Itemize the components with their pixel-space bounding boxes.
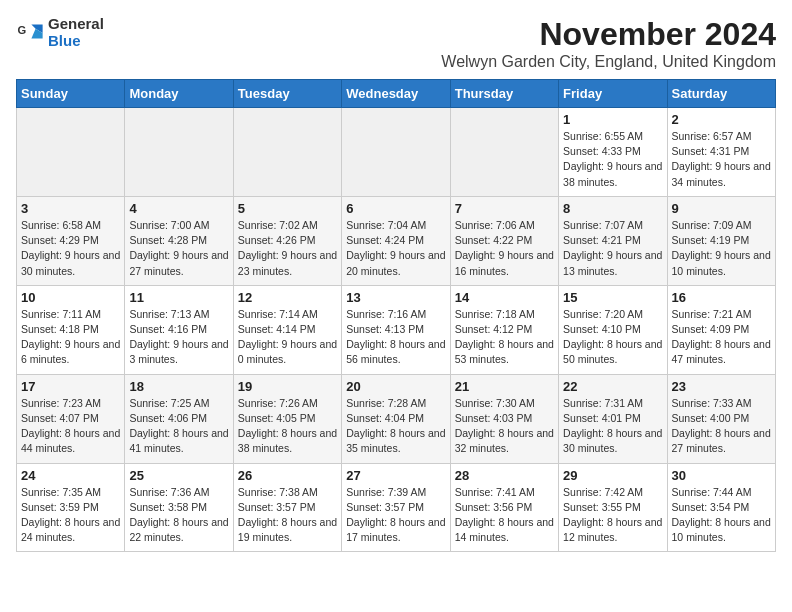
- day-info: Sunrise: 7:41 AM Sunset: 3:56 PM Dayligh…: [455, 485, 554, 546]
- day-info: Sunrise: 7:30 AM Sunset: 4:03 PM Dayligh…: [455, 396, 554, 457]
- logo-general: General: [48, 16, 104, 33]
- day-number: 14: [455, 290, 554, 305]
- week-row-3: 10Sunrise: 7:11 AM Sunset: 4:18 PM Dayli…: [17, 285, 776, 374]
- day-cell: 8Sunrise: 7:07 AM Sunset: 4:21 PM Daylig…: [559, 196, 667, 285]
- day-info: Sunrise: 7:07 AM Sunset: 4:21 PM Dayligh…: [563, 218, 662, 279]
- week-row-4: 17Sunrise: 7:23 AM Sunset: 4:07 PM Dayli…: [17, 374, 776, 463]
- day-info: Sunrise: 6:55 AM Sunset: 4:33 PM Dayligh…: [563, 129, 662, 190]
- day-cell: 11Sunrise: 7:13 AM Sunset: 4:16 PM Dayli…: [125, 285, 233, 374]
- day-number: 13: [346, 290, 445, 305]
- day-number: 26: [238, 468, 337, 483]
- day-cell: 3Sunrise: 6:58 AM Sunset: 4:29 PM Daylig…: [17, 196, 125, 285]
- logo-icon: G: [16, 19, 44, 47]
- day-cell: 6Sunrise: 7:04 AM Sunset: 4:24 PM Daylig…: [342, 196, 450, 285]
- day-cell: 19Sunrise: 7:26 AM Sunset: 4:05 PM Dayli…: [233, 374, 341, 463]
- day-cell: 27Sunrise: 7:39 AM Sunset: 3:57 PM Dayli…: [342, 463, 450, 552]
- day-info: Sunrise: 7:31 AM Sunset: 4:01 PM Dayligh…: [563, 396, 662, 457]
- day-cell: [342, 108, 450, 197]
- day-info: Sunrise: 7:06 AM Sunset: 4:22 PM Dayligh…: [455, 218, 554, 279]
- week-row-1: 1Sunrise: 6:55 AM Sunset: 4:33 PM Daylig…: [17, 108, 776, 197]
- main-title: November 2024: [441, 16, 776, 53]
- day-info: Sunrise: 7:28 AM Sunset: 4:04 PM Dayligh…: [346, 396, 445, 457]
- day-cell: 25Sunrise: 7:36 AM Sunset: 3:58 PM Dayli…: [125, 463, 233, 552]
- day-cell: [233, 108, 341, 197]
- day-info: Sunrise: 7:26 AM Sunset: 4:05 PM Dayligh…: [238, 396, 337, 457]
- day-cell: 4Sunrise: 7:00 AM Sunset: 4:28 PM Daylig…: [125, 196, 233, 285]
- day-cell: 5Sunrise: 7:02 AM Sunset: 4:26 PM Daylig…: [233, 196, 341, 285]
- subtitle: Welwyn Garden City, England, United King…: [441, 53, 776, 71]
- day-cell: 20Sunrise: 7:28 AM Sunset: 4:04 PM Dayli…: [342, 374, 450, 463]
- day-number: 24: [21, 468, 120, 483]
- col-header-sunday: Sunday: [17, 80, 125, 108]
- day-cell: 24Sunrise: 7:35 AM Sunset: 3:59 PM Dayli…: [17, 463, 125, 552]
- day-number: 21: [455, 379, 554, 394]
- day-number: 10: [21, 290, 120, 305]
- day-number: 22: [563, 379, 662, 394]
- day-cell: 29Sunrise: 7:42 AM Sunset: 3:55 PM Dayli…: [559, 463, 667, 552]
- day-cell: 23Sunrise: 7:33 AM Sunset: 4:00 PM Dayli…: [667, 374, 775, 463]
- day-info: Sunrise: 7:16 AM Sunset: 4:13 PM Dayligh…: [346, 307, 445, 368]
- day-number: 9: [672, 201, 771, 216]
- col-header-thursday: Thursday: [450, 80, 558, 108]
- logo: G General Blue: [16, 16, 104, 49]
- col-header-monday: Monday: [125, 80, 233, 108]
- day-cell: 7Sunrise: 7:06 AM Sunset: 4:22 PM Daylig…: [450, 196, 558, 285]
- day-cell: 10Sunrise: 7:11 AM Sunset: 4:18 PM Dayli…: [17, 285, 125, 374]
- col-header-tuesday: Tuesday: [233, 80, 341, 108]
- col-header-saturday: Saturday: [667, 80, 775, 108]
- day-info: Sunrise: 6:57 AM Sunset: 4:31 PM Dayligh…: [672, 129, 771, 190]
- day-cell: 14Sunrise: 7:18 AM Sunset: 4:12 PM Dayli…: [450, 285, 558, 374]
- day-number: 16: [672, 290, 771, 305]
- header-row: SundayMondayTuesdayWednesdayThursdayFrid…: [17, 80, 776, 108]
- day-number: 15: [563, 290, 662, 305]
- day-info: Sunrise: 7:25 AM Sunset: 4:06 PM Dayligh…: [129, 396, 228, 457]
- title-block: November 2024 Welwyn Garden City, Englan…: [441, 16, 776, 71]
- logo-blue: Blue: [48, 33, 104, 50]
- day-cell: 16Sunrise: 7:21 AM Sunset: 4:09 PM Dayli…: [667, 285, 775, 374]
- svg-text:G: G: [17, 24, 26, 36]
- day-cell: 21Sunrise: 7:30 AM Sunset: 4:03 PM Dayli…: [450, 374, 558, 463]
- day-cell: 30Sunrise: 7:44 AM Sunset: 3:54 PM Dayli…: [667, 463, 775, 552]
- day-number: 27: [346, 468, 445, 483]
- day-number: 20: [346, 379, 445, 394]
- day-info: Sunrise: 7:35 AM Sunset: 3:59 PM Dayligh…: [21, 485, 120, 546]
- day-info: Sunrise: 7:20 AM Sunset: 4:10 PM Dayligh…: [563, 307, 662, 368]
- day-cell: 12Sunrise: 7:14 AM Sunset: 4:14 PM Dayli…: [233, 285, 341, 374]
- day-info: Sunrise: 7:44 AM Sunset: 3:54 PM Dayligh…: [672, 485, 771, 546]
- day-number: 4: [129, 201, 228, 216]
- calendar-table: SundayMondayTuesdayWednesdayThursdayFrid…: [16, 79, 776, 552]
- day-number: 6: [346, 201, 445, 216]
- day-cell: 17Sunrise: 7:23 AM Sunset: 4:07 PM Dayli…: [17, 374, 125, 463]
- day-number: 2: [672, 112, 771, 127]
- week-row-5: 24Sunrise: 7:35 AM Sunset: 3:59 PM Dayli…: [17, 463, 776, 552]
- logo-text: General Blue: [48, 16, 104, 49]
- day-cell: [450, 108, 558, 197]
- day-number: 7: [455, 201, 554, 216]
- day-number: 11: [129, 290, 228, 305]
- day-cell: 28Sunrise: 7:41 AM Sunset: 3:56 PM Dayli…: [450, 463, 558, 552]
- day-number: 29: [563, 468, 662, 483]
- day-cell: 26Sunrise: 7:38 AM Sunset: 3:57 PM Dayli…: [233, 463, 341, 552]
- day-info: Sunrise: 7:18 AM Sunset: 4:12 PM Dayligh…: [455, 307, 554, 368]
- day-number: 28: [455, 468, 554, 483]
- day-cell: [125, 108, 233, 197]
- day-info: Sunrise: 6:58 AM Sunset: 4:29 PM Dayligh…: [21, 218, 120, 279]
- day-cell: 22Sunrise: 7:31 AM Sunset: 4:01 PM Dayli…: [559, 374, 667, 463]
- col-header-wednesday: Wednesday: [342, 80, 450, 108]
- day-info: Sunrise: 7:23 AM Sunset: 4:07 PM Dayligh…: [21, 396, 120, 457]
- day-number: 23: [672, 379, 771, 394]
- day-info: Sunrise: 7:13 AM Sunset: 4:16 PM Dayligh…: [129, 307, 228, 368]
- day-info: Sunrise: 7:36 AM Sunset: 3:58 PM Dayligh…: [129, 485, 228, 546]
- day-info: Sunrise: 7:11 AM Sunset: 4:18 PM Dayligh…: [21, 307, 120, 368]
- day-info: Sunrise: 7:33 AM Sunset: 4:00 PM Dayligh…: [672, 396, 771, 457]
- day-info: Sunrise: 7:09 AM Sunset: 4:19 PM Dayligh…: [672, 218, 771, 279]
- day-info: Sunrise: 7:39 AM Sunset: 3:57 PM Dayligh…: [346, 485, 445, 546]
- day-info: Sunrise: 7:21 AM Sunset: 4:09 PM Dayligh…: [672, 307, 771, 368]
- header: G General Blue November 2024 Welwyn Gard…: [16, 16, 776, 71]
- day-number: 3: [21, 201, 120, 216]
- day-info: Sunrise: 7:14 AM Sunset: 4:14 PM Dayligh…: [238, 307, 337, 368]
- day-number: 1: [563, 112, 662, 127]
- day-cell: 1Sunrise: 6:55 AM Sunset: 4:33 PM Daylig…: [559, 108, 667, 197]
- day-cell: 9Sunrise: 7:09 AM Sunset: 4:19 PM Daylig…: [667, 196, 775, 285]
- day-number: 17: [21, 379, 120, 394]
